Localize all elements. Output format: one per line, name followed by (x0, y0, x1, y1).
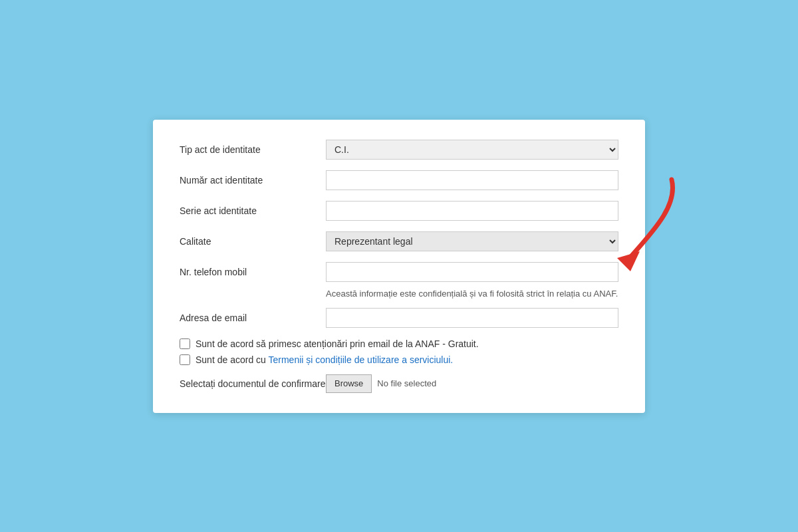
numar-act-label: Număr act identitate (180, 175, 326, 186)
telefon-input[interactable] (326, 262, 618, 282)
calitate-label: Calitate (180, 236, 326, 247)
telefon-label: Nr. telefon mobil (180, 267, 326, 277)
info-text: Această informație este confidențială și… (326, 289, 618, 299)
serie-act-input[interactable] (326, 201, 618, 221)
browse-row: Selectați documentul de confirmare Brows… (180, 374, 618, 393)
checkbox2[interactable] (180, 354, 190, 365)
tip-act-label: Tip act de identitate (180, 144, 326, 155)
email-label: Adresa de email (180, 313, 326, 323)
calitate-row: Calitate Reprezentant legal Proprietar A… (180, 231, 618, 251)
checkbox2-label: Sunt de acord cu Termenii și condițiile … (196, 354, 453, 365)
serie-act-label: Serie act identitate (180, 205, 326, 216)
checkbox2-before: Sunt de acord cu (196, 354, 268, 365)
email-row: Adresa de email (180, 308, 618, 328)
tip-act-select[interactable]: C.I. Pașaport Alt act (326, 140, 618, 160)
checkbox1[interactable] (180, 338, 190, 349)
checkbox1-label: Sunt de acord să primesc atenționări pri… (196, 338, 479, 349)
selectati-label: Selectați documentul de confirmare (180, 378, 326, 389)
checkbox1-row: Sunt de acord să primesc atenționări pri… (180, 338, 618, 349)
browse-button[interactable]: Browse (326, 374, 372, 393)
email-input[interactable] (326, 308, 618, 328)
svg-marker-0 (617, 251, 640, 271)
calitate-select[interactable]: Reprezentant legal Proprietar Administra… (326, 231, 618, 251)
numar-act-row: Număr act identitate (180, 170, 618, 190)
checkbox2-row: Sunt de acord cu Termenii și condițiile … (180, 354, 618, 365)
telefon-row: Nr. telefon mobil (180, 262, 618, 282)
numar-act-input[interactable] (326, 170, 618, 190)
terms-link[interactable]: Termenii și condițiile de utilizare a se… (268, 354, 453, 365)
serie-act-row: Serie act identitate (180, 201, 618, 221)
tip-act-row: Tip act de identitate C.I. Pașaport Alt … (180, 140, 618, 160)
no-file-text: No file selected (377, 378, 436, 388)
form-card: Tip act de identitate C.I. Pașaport Alt … (153, 120, 645, 413)
